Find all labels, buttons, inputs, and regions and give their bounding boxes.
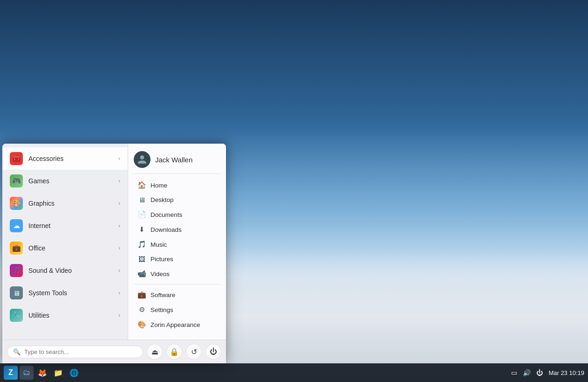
systemtools-category-icon: 🖥 [10,286,23,299]
shutdown-button[interactable]: ⏻ [205,344,221,360]
utilities-category-icon: 🔧 [10,309,23,322]
category-item-games[interactable]: 🎮Games› [2,170,128,192]
user-avatar [134,151,150,168]
lock-button[interactable]: 🔒 [166,344,182,360]
category-item-accessories[interactable]: 🧰Accessories› [2,147,128,170]
taskbar: Z🗂🦊📁🌐 ▭ 🔊 ⏻ Mar 23 10:19 [0,363,588,382]
accessories-arrow: › [118,155,120,162]
files-section: 🏠Home🖥Desktop📄Documents⬇Downloads🎵Music🖼… [134,178,220,281]
category-item-office[interactable]: 💼Office› [2,237,128,259]
menu-bottom: 🔍 ⏏🔒↺⏻ [2,340,226,363]
file-item-home[interactable]: 🏠Home [134,178,220,193]
desktop-file-label: Desktop [150,196,174,203]
system-section: 💼Software⚙Settings🎨Zorin Appearance [134,287,220,332]
games-category-icon: 🎮 [10,174,23,188]
filemanager-icon[interactable]: 📁 [51,366,65,380]
systemtools-label: System Tools [28,289,113,297]
downloads-file-label: Downloads [150,226,182,233]
office-label: Office [28,244,113,252]
accessories-label: Accessories [28,155,113,162]
volume-tray-icon[interactable]: 🔊 [523,369,531,376]
soundvideo-category-icon: 🎵 [10,264,23,277]
display-tray-icon[interactable]: ▭ [511,369,517,376]
section-divider-1 [134,284,220,285]
office-arrow: › [118,245,120,251]
system-item-zorin-appearance[interactable]: 🎨Zorin Appearance [134,317,220,332]
system-item-software[interactable]: 💼Software [134,287,220,302]
logout-button[interactable]: ⏏ [147,344,163,360]
user-name: Jack Wallen [155,156,192,164]
home-file-label: Home [150,182,167,189]
user-section: Jack Wallen [134,151,220,174]
search-icon: 🔍 [13,348,21,355]
taskbar-left: Z🗂🦊📁🌐 [4,366,81,380]
internet-arrow: › [118,222,120,229]
music-file-icon: 🎵 [137,240,146,249]
menu-main: 🧰Accessories›🎮Games›🎨Graphics›☁Internet›… [2,144,226,340]
clock: Mar 23 10:19 [548,369,584,376]
soundvideo-arrow: › [118,267,120,274]
pictures-file-label: Pictures [150,256,173,263]
file-item-pictures[interactable]: 🖼Pictures [134,252,220,266]
internet-label: Internet [28,222,113,229]
graphics-arrow: › [118,200,120,207]
videos-file-icon: 📹 [137,270,146,278]
software-system-icon: 💼 [137,291,146,299]
graphics-category-icon: 🎨 [10,197,23,210]
documents-file-icon: 📄 [137,210,146,219]
software-system-label: Software [150,292,175,299]
category-item-graphics[interactable]: 🎨Graphics› [2,192,128,215]
file-item-documents[interactable]: 📄Documents [134,207,220,222]
internet-category-icon: ☁ [10,219,23,232]
restart-button[interactable]: ↺ [186,344,202,360]
zorin-appearance-system-label: Zorin Appearance [150,321,200,328]
settings-system-label: Settings [150,306,173,313]
home-file-icon: 🏠 [137,181,146,189]
pictures-file-icon: 🖼 [137,255,146,263]
file-item-videos[interactable]: 📹Videos [134,266,220,281]
games-label: Games [28,177,113,185]
videos-file-label: Videos [150,271,170,278]
file-item-desktop[interactable]: 🖥Desktop [134,193,220,207]
graphics-label: Graphics [28,200,113,207]
search-box[interactable]: 🔍 [7,346,143,358]
utilities-arrow: › [118,312,120,319]
utilities-label: Utilities [28,312,113,319]
categories-panel: 🧰Accessories›🎮Games›🎨Graphics›☁Internet›… [2,144,128,340]
files-icon[interactable]: 🗂 [20,366,34,380]
zorin-logo[interactable]: Z [4,366,18,380]
right-panel: Jack Wallen 🏠Home🖥Desktop📄Documents⬇Down… [128,144,226,340]
soundvideo-label: Sound & Video [28,267,113,274]
file-item-music[interactable]: 🎵Music [134,237,220,252]
file-item-downloads[interactable]: ⬇Downloads [134,222,220,237]
search-input[interactable] [24,348,137,355]
power-tray-icon[interactable]: ⏻ [536,369,543,376]
category-item-soundvideo[interactable]: 🎵Sound & Video› [2,259,128,282]
accessories-category-icon: 🧰 [10,152,23,165]
desktop-file-icon: 🖥 [137,196,146,204]
zorin-appearance-system-icon: 🎨 [137,320,146,329]
system-item-settings[interactable]: ⚙Settings [134,302,220,317]
category-item-utilities[interactable]: 🔧Utilities› [2,304,128,326]
category-item-internet[interactable]: ☁Internet› [2,215,128,237]
documents-file-label: Documents [150,211,182,218]
firefox-icon[interactable]: 🦊 [35,366,49,380]
desktop: 🧰Accessories›🎮Games›🎨Graphics›☁Internet›… [0,0,588,382]
app-menu: 🧰Accessories›🎮Games›🎨Graphics›☁Internet›… [2,144,226,363]
systemtools-arrow: › [118,290,120,296]
software-icon[interactable]: 🌐 [67,366,81,380]
taskbar-right: ▭ 🔊 ⏻ Mar 23 10:19 [511,369,584,376]
games-arrow: › [118,178,120,184]
settings-system-icon: ⚙ [137,306,146,314]
office-category-icon: 💼 [10,242,23,255]
category-item-systemtools[interactable]: 🖥System Tools› [2,282,128,304]
music-file-label: Music [150,241,167,248]
downloads-file-icon: ⬇ [137,225,146,234]
